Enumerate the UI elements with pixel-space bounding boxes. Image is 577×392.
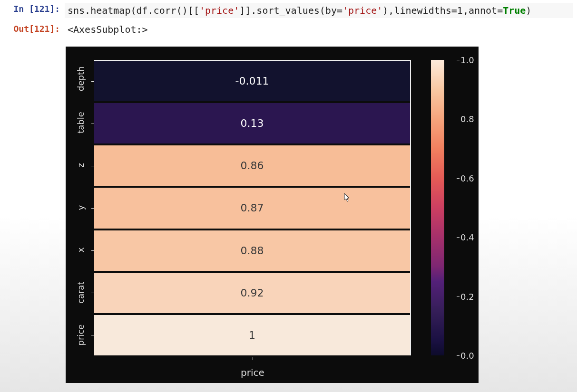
heatmap-cell: 0.86 [94,145,410,186]
colorbar-tick [457,60,460,60]
code-string: 'price' [199,5,239,16]
input-cell: In [121]: sns.heatmap(df.corr()[['price'… [0,0,577,20]
colorbar [431,60,444,355]
code-keyword: True [503,5,526,16]
colorbar-tick [457,178,460,179]
heatmap-annotation: 1 [249,329,255,341]
y-axis-label: carat [76,282,86,304]
heatmap-cell: 0.92 [94,273,410,313]
colorbar-tick [457,237,460,238]
heatmap-cell: 1 [94,315,410,355]
colorbar-tick-label: 0.6 [460,173,475,183]
x-tick [253,357,253,360]
colorbar-tick-label: 0.2 [460,291,475,301]
y-axis-label: depth [76,69,86,91]
out-prompt: Out[121]: [4,23,65,35]
code-plain: sns.heatmap(df.corr()[[ [68,5,199,16]
heatmap-annotation: 0.88 [241,245,264,257]
code-string: 'price' [342,5,382,16]
code-plain: ]].sort_values(by= [239,5,342,16]
heatmap-annotation: 0.86 [241,160,264,172]
heatmap-figure: -0.0110.130.860.870.880.921 price deptht… [66,47,479,383]
heatmap-cell: 0.13 [94,103,410,143]
heatmap-cell: 0.88 [94,230,410,271]
colorbar-tick [457,296,460,297]
y-axis-label: price [76,324,86,346]
colorbar-tick-label: 0.0 [460,351,475,361]
y-tick [91,166,94,166]
y-tick [91,335,94,335]
colorbar-tick-label: 0.4 [460,232,475,242]
colorbar-tick-label: 1.0 [460,55,475,65]
code-plain: ,annot= [463,5,503,16]
code-input[interactable]: sns.heatmap(df.corr()[['price']].sort_va… [65,3,573,18]
y-tick [91,250,94,251]
out-text: <AxesSubplot:> [65,23,151,36]
y-tick [91,208,94,209]
x-axis-label: price [94,367,411,378]
heatmap-annotation: 0.92 [241,287,264,299]
colorbar-tick-label: 0.8 [460,114,475,124]
colorbar-tick [457,355,460,356]
heatmap-cell: -0.011 [94,61,410,101]
y-axis-label: y [76,197,86,219]
heatmap-annotation: 0.87 [241,202,264,214]
code-plain: ) [526,5,531,16]
heatmap-cell: 0.87 [94,188,410,228]
y-tick [91,81,94,82]
in-prompt: In [121]: [4,3,65,15]
y-tick [91,124,94,124]
y-tick [91,293,94,293]
y-axis-label: x [76,239,86,261]
y-axis-label: z [76,154,86,176]
heatmap-axes: -0.0110.130.860.870.880.921 [94,60,411,355]
heatmap-annotation: 0.13 [241,117,264,129]
heatmap-annotation: -0.011 [235,75,269,87]
colorbar-tick [457,119,460,119]
y-axis-label: table [76,112,86,134]
code-plain: ),linewidths= [382,5,457,16]
code-number: 1 [457,5,463,16]
output-cell-text: Out[121]: <AxesSubplot:> [0,20,577,38]
